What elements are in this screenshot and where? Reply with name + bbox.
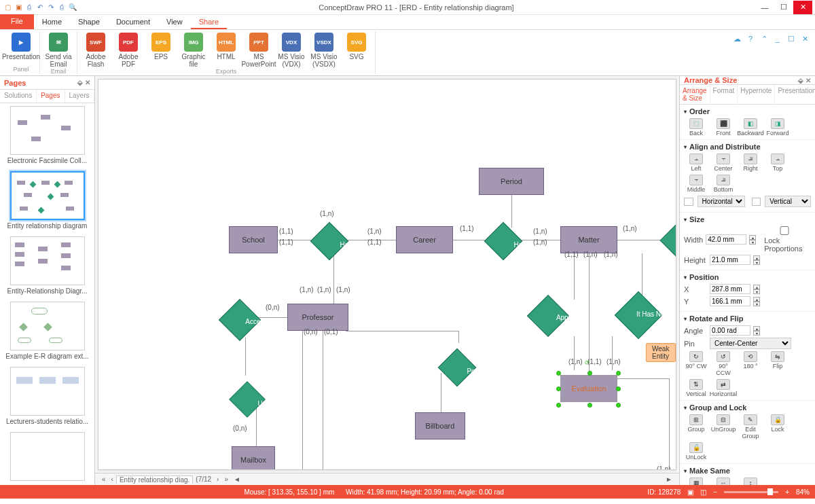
minimize-button[interactable]: — xyxy=(755,1,774,14)
status-zoom-fit-icon[interactable]: ▣ xyxy=(687,488,693,496)
entity-period[interactable]: Period xyxy=(479,168,544,195)
export-pdf-button[interactable]: PDFAdobe PDF xyxy=(113,33,144,68)
tab-pages[interactable]: Pages xyxy=(37,90,65,103)
close-panel2-icon[interactable]: ✕ xyxy=(805,77,811,84)
diagram-canvas[interactable]: Period School Career Matter Professor Bi… xyxy=(98,79,676,470)
qat-undo-icon[interactable]: ↶ xyxy=(35,3,45,12)
export-graphic-button[interactable]: IMGGraphic file xyxy=(178,33,209,68)
same-size-button[interactable]: ▦Size xyxy=(684,478,708,485)
order-forward-button[interactable]: ◨Forward xyxy=(765,118,790,137)
handle[interactable] xyxy=(587,403,592,408)
thumb-5[interactable] xyxy=(3,432,92,481)
close-panel-icon[interactable]: ✕ xyxy=(85,79,90,86)
zoom-slider[interactable] xyxy=(724,491,778,493)
handle[interactable] xyxy=(616,403,621,408)
qat-print-icon[interactable]: ⎙ xyxy=(57,3,67,12)
status-fullscreen-icon[interactable]: ◫ xyxy=(700,488,706,496)
height-input[interactable] xyxy=(710,255,750,265)
handle[interactable] xyxy=(556,403,561,408)
min-icon[interactable]: _ xyxy=(773,34,782,43)
thumb-4[interactable]: Lecturers-students relatio... xyxy=(3,367,92,425)
export-html-button[interactable]: HTMLHTML xyxy=(211,33,242,68)
angle-input[interactable] xyxy=(710,325,750,336)
export-vdx-button[interactable]: VDXMS Visio (VDX) xyxy=(276,33,307,68)
presentation-button[interactable]: ▶Presentation xyxy=(5,33,37,60)
pos-y-input[interactable] xyxy=(710,296,750,306)
rel-access[interactable]: Access xyxy=(219,299,261,341)
align-top-button[interactable]: ⫠Top xyxy=(765,154,790,172)
unlock-button[interactable]: 🔓UnLock xyxy=(684,442,708,461)
thumb-2[interactable]: Entity-Relationship Diagr... xyxy=(3,236,92,295)
export-vsdx-button[interactable]: VSDXMS Visio (VSDX) xyxy=(308,33,340,68)
qat-preview-icon[interactable]: 🔍 xyxy=(68,3,77,12)
handle[interactable] xyxy=(616,386,621,391)
same-width-button[interactable]: ↔Width xyxy=(711,478,736,485)
entity-school[interactable]: School xyxy=(229,226,278,253)
order-front-button[interactable]: ⬛Front xyxy=(711,118,736,137)
scroll-end-icon[interactable]: » xyxy=(221,475,231,483)
thumb-0[interactable]: Electronic Facsimile Coll... xyxy=(3,106,92,164)
entity-billboard[interactable]: Billboard xyxy=(415,412,465,439)
entity-career[interactable]: Career xyxy=(396,226,453,253)
zoom-out-icon[interactable]: − xyxy=(713,488,717,496)
pin2-icon[interactable]: ⬙ xyxy=(798,77,803,84)
handle[interactable] xyxy=(616,371,621,376)
scroll-left-icon[interactable]: « xyxy=(99,475,109,483)
lock-prop-checkbox[interactable] xyxy=(764,226,805,235)
maximize-button[interactable]: ☐ xyxy=(774,1,793,14)
scroll-right-icon[interactable]: ► xyxy=(663,475,675,483)
rel-use[interactable]: Use xyxy=(229,381,266,418)
flip-h-button[interactable]: ⇄Horizontal xyxy=(711,379,736,397)
tab-solutions[interactable]: Solutions xyxy=(0,90,37,103)
qat-new-icon[interactable]: ▢ xyxy=(3,3,12,12)
export-svg-button[interactable]: SVGSVG xyxy=(341,33,372,68)
entity-mailbox[interactable]: Mailbox xyxy=(232,446,275,470)
tab-home[interactable]: Home xyxy=(34,15,70,29)
handle[interactable] xyxy=(587,371,592,376)
pin-icon[interactable]: ⬙ xyxy=(77,79,83,86)
rel-has2[interactable]: Has xyxy=(484,222,523,261)
rot-90cw-button[interactable]: ↻90° CW xyxy=(684,351,708,376)
handle[interactable] xyxy=(556,371,561,376)
rel-has1[interactable]: Has xyxy=(310,222,349,261)
zoom-in-icon[interactable]: + xyxy=(785,488,789,496)
tab-format[interactable]: Format xyxy=(710,85,738,104)
group-button[interactable]: ⊞Group xyxy=(684,414,708,439)
entity-professor[interactable]: Professor xyxy=(287,304,348,331)
page-thumbnails[interactable]: Electronic Facsimile Coll... Entity rela… xyxy=(0,103,94,485)
align-left-button[interactable]: ⫠Left xyxy=(684,154,708,172)
qat-open-icon[interactable]: ▣ xyxy=(14,3,23,12)
scroll-first-icon[interactable]: ◄ xyxy=(231,475,243,483)
width-input[interactable] xyxy=(706,234,746,245)
export-flash-button[interactable]: SWFAdobe Flash xyxy=(80,33,111,68)
rel-contain[interactable]: Contain xyxy=(659,218,676,262)
distribute-v-select[interactable]: Vertical xyxy=(765,196,811,207)
order-backward-button[interactable]: ◧Backward xyxy=(738,118,763,137)
editgroup-button[interactable]: ✎Edit Group xyxy=(738,414,763,439)
distribute-h-select[interactable]: Horizontal xyxy=(698,196,745,207)
max-icon[interactable]: ☐ xyxy=(786,34,796,43)
tab-arrange[interactable]: Arrange & Size xyxy=(680,85,710,104)
send-email-button[interactable]: ✉Send via Email xyxy=(43,33,74,68)
close2-icon[interactable]: ✕ xyxy=(800,34,810,43)
align-right-button[interactable]: ⫡Right xyxy=(738,154,763,172)
tab-document[interactable]: Document xyxy=(108,15,158,29)
pos-x-input[interactable] xyxy=(710,284,750,294)
tab-view[interactable]: View xyxy=(158,15,191,29)
doc-tab[interactable]: Entity relationship diag. xyxy=(116,475,193,484)
close-button[interactable]: ✕ xyxy=(793,1,812,14)
align-middle-button[interactable]: ⫟Middle xyxy=(684,175,708,193)
qat-save-icon[interactable]: ⎙ xyxy=(24,3,34,12)
collapse-ribbon-icon[interactable]: ⌃ xyxy=(759,34,769,43)
align-center-button[interactable]: ⫟Center xyxy=(711,154,736,172)
rel-apply[interactable]: Apply xyxy=(527,295,569,337)
tab-file[interactable]: File xyxy=(0,14,34,29)
handle[interactable] xyxy=(556,386,561,391)
tab-presentation[interactable]: Presentation xyxy=(775,85,815,104)
tab-share[interactable]: Share xyxy=(191,15,227,29)
ungroup-button[interactable]: ⊟UnGroup xyxy=(711,414,736,439)
tab-hypernote[interactable]: Hypernote xyxy=(738,85,775,104)
pin-select[interactable]: Center-Center xyxy=(710,338,791,349)
flip-v-button[interactable]: ⇅Vertical xyxy=(684,379,708,397)
same-height-button[interactable]: ↕Height xyxy=(738,478,763,485)
